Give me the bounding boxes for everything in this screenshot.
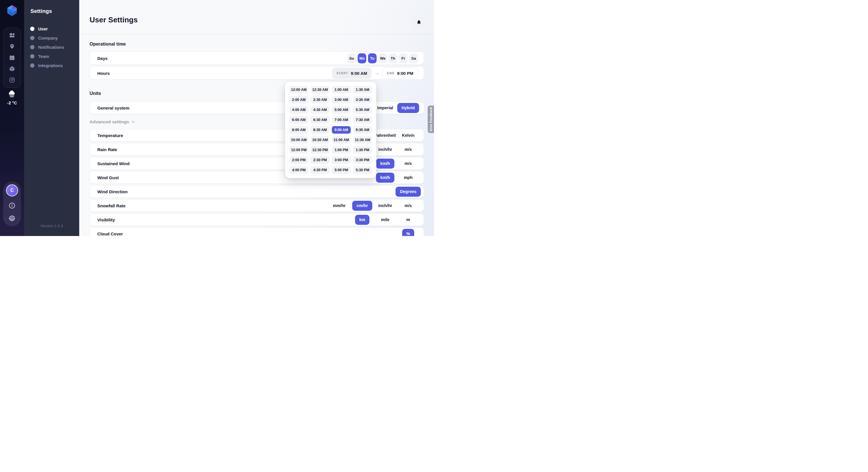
unit-option-%[interactable]: %: [402, 229, 414, 236]
time-option-11-00-am[interactable]: 11:00 AM: [332, 136, 351, 144]
unit-options: Degrees: [328, 187, 420, 197]
day-toggle-group: SuMoTuWeThFrSa: [347, 53, 418, 63]
avatar[interactable]: C: [6, 184, 18, 196]
row-label: Cloud Cover: [97, 231, 123, 236]
unit-option-m-s[interactable]: m/s: [405, 147, 412, 152]
app-screen: User Settings Operational time Days SuMo…: [0, 0, 434, 236]
time-option-4-30-pm[interactable]: 4:30 PM: [311, 166, 330, 174]
unit-option-mile[interactable]: mile: [381, 217, 389, 222]
end-tag: END: [387, 71, 394, 75]
sidebar-item-integrations[interactable]: Integrations: [24, 61, 79, 70]
unit-option-km-h[interactable]: km/h: [376, 159, 394, 169]
sidebar-item-team[interactable]: Team: [24, 52, 79, 61]
time-option-1-00-pm[interactable]: 1:00 PM: [332, 146, 351, 154]
time-option-1-00-am[interactable]: 1:00 AM: [332, 86, 351, 94]
give-feedback-label: Give Feedback: [429, 107, 433, 131]
time-option-5-00-pm[interactable]: 5:00 PM: [332, 166, 351, 174]
unit-option-m-s[interactable]: m/s: [405, 203, 412, 208]
time-option-12-30-pm[interactable]: 12:30 PM: [311, 146, 330, 154]
day-button-sa[interactable]: Sa: [409, 53, 418, 63]
time-option-6-00-am[interactable]: 6:00 AM: [289, 116, 308, 124]
time-option-10-30-am[interactable]: 10:30 AM: [311, 136, 330, 144]
time-option-2-30-pm[interactable]: 2:30 PM: [311, 156, 330, 164]
unit-option-cm-hr[interactable]: cm/hr: [352, 201, 372, 211]
unit-option-hybrid[interactable]: Hybrid: [397, 103, 419, 113]
time-option-12-00-am[interactable]: 12:00 AM: [289, 86, 308, 94]
unit-options: %: [328, 229, 420, 236]
time-option-2-30-am[interactable]: 2:30 AM: [311, 96, 330, 103]
unit-option-mm-hr[interactable]: mm/hr: [333, 203, 346, 208]
time-option-7-00-am[interactable]: 7:00 AM: [332, 116, 351, 124]
time-option-10-00-am[interactable]: 10:00 AM: [289, 136, 308, 144]
day-button-fr[interactable]: Fr: [399, 53, 408, 63]
sidebar-item-company[interactable]: Company: [24, 33, 79, 42]
unit-option-km[interactable]: km: [355, 215, 370, 225]
day-button-mo[interactable]: Mo: [358, 53, 366, 63]
unit-option-m[interactable]: m: [406, 217, 410, 222]
dashboard-icon[interactable]: [9, 32, 15, 38]
day-button-th[interactable]: Th: [389, 53, 397, 63]
day-button-su[interactable]: Su: [347, 53, 356, 63]
hours-controls: START 9:00 AM → END 9:00 PM: [332, 67, 418, 79]
location-icon[interactable]: [9, 43, 15, 49]
time-option-9-00-am[interactable]: 9:00 AM: [332, 126, 351, 134]
time-option-7-30-am[interactable]: 7:30 AM: [353, 116, 372, 124]
time-option-1-30-pm[interactable]: 1:30 PM: [353, 146, 372, 154]
day-button-we[interactable]: We: [378, 53, 387, 63]
time-option-11-30-am[interactable]: 11:30 AM: [353, 136, 372, 144]
time-option-1-30-am[interactable]: 1:30 AM: [353, 86, 372, 94]
start-time-value: 9:00 AM: [351, 71, 367, 76]
unit-option-inch-hr[interactable]: inch/hr: [378, 203, 392, 208]
time-option-3-00-pm[interactable]: 3:00 PM: [332, 156, 351, 164]
time-option-8-30-am[interactable]: 8:30 AM: [311, 126, 330, 134]
unit-option-degrees[interactable]: Degrees: [396, 187, 421, 197]
unit-option-fahrenheit[interactable]: Fahrenheit: [375, 133, 396, 138]
time-option-4-00-pm[interactable]: 4:00 PM: [289, 166, 308, 174]
time-option-9-30-am[interactable]: 9:30 AM: [353, 126, 372, 134]
time-option-8-00-am[interactable]: 8:00 AM: [289, 126, 308, 134]
time-option-3-30-am[interactable]: 3:30 AM: [353, 96, 372, 103]
time-option-2-00-pm[interactable]: 2:00 PM: [289, 156, 308, 164]
gear-icon[interactable]: [8, 215, 16, 222]
unit-option-cell: cm/hr: [351, 201, 374, 211]
give-feedback-tab[interactable]: Give Feedback: [428, 105, 434, 133]
sidebar-item-user[interactable]: User: [24, 24, 79, 33]
unit-option-cell: Hybrid: [397, 103, 420, 113]
package-icon[interactable]: [9, 66, 15, 72]
time-option-12-00-pm[interactable]: 12:00 PM: [289, 146, 308, 154]
unit-option-m-s[interactable]: m/s: [405, 161, 412, 166]
calendar-icon[interactable]: [9, 55, 15, 61]
time-option-12-30-am[interactable]: 12:30 AM: [311, 86, 330, 94]
unit-option-cell: Imperial: [374, 103, 397, 113]
refresh-icon[interactable]: [9, 77, 15, 83]
row-label: Wind Direction: [97, 189, 128, 194]
weather-widget[interactable]: -2 °C: [0, 90, 24, 105]
nav-item-label: Integrations: [38, 63, 63, 68]
start-tag: START: [336, 71, 348, 75]
start-time-picker[interactable]: START 9:00 AM: [332, 68, 371, 78]
time-option-4-30-am[interactable]: 4:30 AM: [311, 106, 330, 113]
settings-row-wind-direction: Wind DirectionDegrees: [90, 185, 424, 198]
unit-option-inch-hr[interactable]: inch/hr: [378, 147, 392, 152]
row-label: General system: [97, 105, 129, 110]
time-option-5-00-am[interactable]: 5:00 AM: [332, 106, 351, 113]
cloud-fog-icon: [7, 90, 17, 98]
time-option-3-30-pm[interactable]: 3:30 PM: [353, 156, 372, 164]
unit-option-km-h[interactable]: km/h: [376, 173, 394, 183]
time-option-3-00-am[interactable]: 3:00 AM: [332, 96, 351, 103]
day-button-tu[interactable]: Tu: [368, 53, 377, 63]
unit-option-mph[interactable]: mph: [404, 175, 413, 180]
time-option-2-00-am[interactable]: 2:00 AM: [289, 96, 308, 103]
time-option-5-30-pm[interactable]: 5:30 PM: [353, 166, 372, 174]
info-icon[interactable]: [8, 202, 16, 209]
sidebar-item-notifications[interactable]: Notifications: [24, 42, 79, 52]
app-logo[interactable]: [5, 4, 19, 17]
unit-option-kelvin[interactable]: Kelvin: [402, 133, 414, 138]
end-time-picker[interactable]: END 9:00 PM: [382, 67, 418, 79]
end-time-value: 9:00 PM: [397, 71, 413, 76]
time-option-5-30-am[interactable]: 5:30 AM: [353, 106, 372, 113]
time-option-6-30-am[interactable]: 6:30 AM: [311, 116, 330, 124]
notifications-button[interactable]: [412, 16, 425, 29]
unit-option-imperial[interactable]: Imperial: [377, 105, 393, 110]
time-option-4-00-am[interactable]: 4:00 AM: [289, 106, 308, 113]
